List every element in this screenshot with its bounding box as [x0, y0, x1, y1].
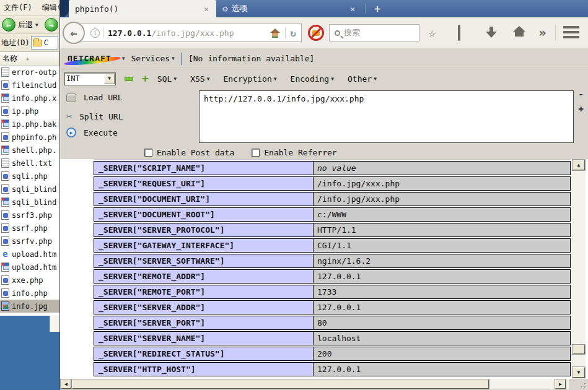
- noscript-blocked-icon[interactable]: [308, 25, 324, 41]
- new-tab-button[interactable]: +: [368, 0, 387, 17]
- menu-edit[interactable]: 编辑(E): [42, 2, 59, 13]
- explorer-scrollbar[interactable]: [50, 316, 59, 332]
- php-file-icon: [1, 236, 9, 246]
- window-file-icon: [1, 197, 9, 207]
- horizontal-scroll-thumb[interactable]: [72, 379, 489, 389]
- file-item[interactable]: xxe.php: [0, 274, 59, 287]
- explorer-back-icon[interactable]: ←: [2, 18, 15, 32]
- file-item[interactable]: ip.php.bak: [0, 118, 59, 131]
- url-text[interactable]: 127.0.0.1/info.jpg/xxx.php: [108, 28, 265, 38]
- home-shortcut-icon[interactable]: [270, 28, 280, 37]
- scroll-down-icon[interactable]: ▼: [573, 367, 585, 378]
- url-bar[interactable]: i 127.0.0.1/info.jpg/xxx.php ↻: [74, 24, 302, 42]
- server-variable-name: _SERVER["DOCUMENT_ROOT"]: [94, 207, 314, 222]
- table-row: _SERVER["SERVER_ADDR"]127.0.0.1: [94, 300, 571, 314]
- charset-select[interactable]: INT ▼: [64, 72, 116, 85]
- server-variable-name: _SERVER["SCRIPT_NAME"]: [94, 161, 314, 175]
- screen: { "explorer": { "menu_items": ["文件(F)", …: [0, 0, 588, 390]
- file-item[interactable]: ssrfv.php: [0, 235, 59, 248]
- menu-label: XSS: [190, 74, 204, 84]
- post-data-label: Enable Post data: [157, 148, 234, 157]
- menu-button[interactable]: [563, 26, 579, 38]
- load-url-button[interactable]: Load URL: [66, 93, 123, 102]
- tab-options[interactable]: ⚙ 选项 ×: [216, 0, 362, 17]
- textarea-grow-button[interactable]: +: [579, 104, 584, 114]
- explorer-back-label[interactable]: 后退: [18, 20, 33, 30]
- vertical-scroll-thumb[interactable]: [573, 345, 585, 354]
- file-item[interactable]: phpinfo.ph: [0, 131, 59, 144]
- file-item[interactable]: upload.htm: [0, 261, 59, 274]
- netcraft-services-menu[interactable]: Services ▼: [131, 54, 174, 63]
- hackbar-url-textarea[interactable]: http://127.0.0.1/info.jpg/xxx.php: [199, 90, 574, 143]
- server-variable-name: _SERVER["REDIRECT_STATUS"]: [94, 347, 314, 361]
- server-variable-value: 127.0.0.1: [314, 269, 571, 284]
- hackbar-collapse-icon[interactable]: [125, 77, 133, 81]
- server-variable-value: 1733: [314, 285, 571, 299]
- tab-close-icon[interactable]: ×: [203, 4, 210, 14]
- column-header-name[interactable]: 名称 ▲: [0, 52, 59, 66]
- execute-button[interactable]: ▶ Execute: [66, 128, 118, 137]
- ie-file-icon: [1, 249, 9, 259]
- search-box[interactable]: 搜索: [329, 24, 419, 41]
- overflow-chevron-icon[interactable]: »: [538, 26, 546, 40]
- file-item[interactable]: upload.htm: [0, 248, 59, 261]
- horizontal-scrollbar[interactable]: ◀ ▶: [61, 379, 569, 389]
- netcraft-separator: [181, 53, 182, 65]
- enable-post-data-option[interactable]: Enable Post data: [144, 148, 234, 157]
- hackbar-menu-sql[interactable]: SQL▼: [157, 74, 177, 84]
- bookmarks-menu-icon[interactable]: [458, 26, 460, 40]
- select-dropdown-icon[interactable]: ▼: [104, 74, 115, 84]
- window-file-icon: [1, 119, 9, 129]
- scroll-left-icon[interactable]: ◀: [61, 379, 71, 389]
- file-item[interactable]: sqli.php: [0, 170, 59, 183]
- netcraft-logo[interactable]: ΠETCRAFT: [65, 53, 114, 64]
- file-item[interactable]: ssrf.php: [0, 222, 59, 235]
- menu-file[interactable]: 文件(F): [4, 2, 32, 13]
- back-dropdown-icon[interactable]: ▼: [35, 22, 38, 28]
- tab-close-icon[interactable]: ×: [349, 4, 356, 14]
- file-name: info.php.x: [12, 94, 56, 103]
- server-variable-value: /info.jpg/xxx.php: [314, 176, 571, 191]
- enable-referrer-option[interactable]: Enable Referrer: [252, 148, 336, 157]
- referrer-checkbox[interactable]: [252, 149, 260, 157]
- scroll-up-icon[interactable]: ▲: [573, 160, 585, 170]
- tab-title: phpinfo(): [75, 4, 203, 14]
- window-file-icon: [1, 145, 9, 155]
- resize-grip[interactable]: [573, 380, 587, 389]
- file-name: ssrf3.php: [12, 211, 52, 220]
- netcraft-dropdown-icon[interactable]: ▼: [122, 56, 125, 61]
- file-item[interactable]: fileinclud: [0, 79, 59, 92]
- file-item[interactable]: ssrf3.php: [0, 209, 59, 222]
- bookmark-star-icon[interactable]: ☆: [428, 26, 436, 40]
- file-item[interactable]: sqli_blind: [0, 196, 59, 209]
- page-content: _SERVER["SCRIPT_NAME"]no value_SERVER["R…: [60, 159, 588, 379]
- site-info-icon[interactable]: i: [90, 28, 100, 38]
- reload-icon[interactable]: ↻: [290, 27, 296, 39]
- split-url-button[interactable]: ✂ Split URL: [66, 111, 123, 122]
- scroll-right-icon[interactable]: ▶: [555, 379, 566, 389]
- text-file-icon: [1, 67, 9, 77]
- file-name: shell.php.: [12, 146, 56, 155]
- hackbar-menu-xss[interactable]: XSS▼: [190, 74, 209, 84]
- back-button[interactable]: ←: [63, 22, 85, 44]
- file-item[interactable]: info.php: [0, 287, 59, 300]
- file-item[interactable]: sqli_blind: [0, 183, 59, 196]
- hackbar-expand-icon[interactable]: +: [142, 74, 149, 83]
- hackbar-menu-encoding[interactable]: Encoding▼: [291, 74, 334, 84]
- hackbar-menu-other[interactable]: Other▼: [348, 74, 377, 84]
- address-input[interactable]: C: [31, 36, 58, 50]
- server-variable-value: 127.0.0.1: [314, 300, 571, 314]
- file-item[interactable]: shell.txt: [0, 157, 59, 170]
- hackbar-menu-encryption[interactable]: Encryption▼: [223, 74, 276, 84]
- explorer-forward-icon[interactable]: →: [45, 18, 58, 32]
- textarea-shrink-button[interactable]: -: [579, 89, 584, 99]
- file-item[interactable]: shell.php.: [0, 144, 59, 157]
- file-item[interactable]: ip.php: [0, 105, 59, 118]
- post-data-checkbox[interactable]: [144, 149, 152, 157]
- file-item[interactable]: info.php.x: [0, 92, 59, 105]
- file-item[interactable]: info.jpg: [0, 300, 59, 313]
- hackbar-menus: SQL▼XSS▼Encryption▼Encoding▼Other▼: [157, 74, 377, 84]
- tab-phpinfo[interactable]: phpinfo() ×: [69, 0, 216, 17]
- vertical-scrollbar[interactable]: ▲ ▼: [572, 159, 586, 379]
- file-item[interactable]: error-outp: [0, 66, 59, 79]
